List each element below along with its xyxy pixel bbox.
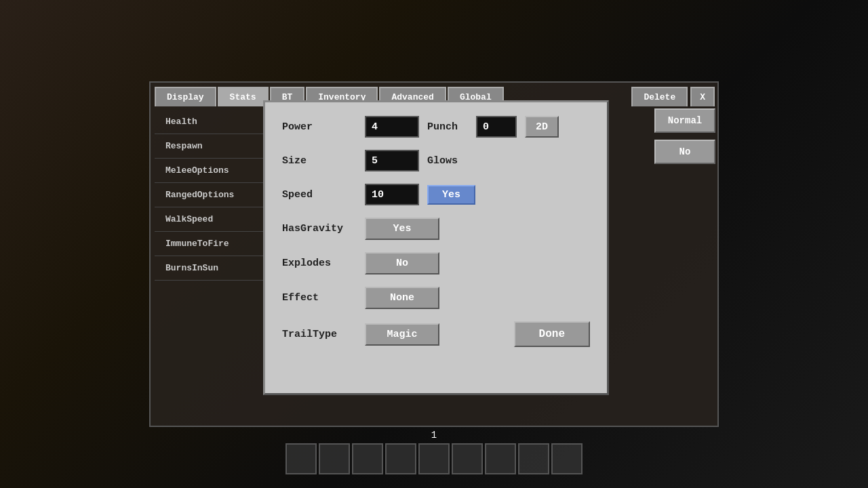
hotbar-slot-7[interactable] (485, 443, 516, 474)
effect-button[interactable]: None (365, 287, 439, 309)
sidebar-item-health[interactable]: Health (155, 110, 263, 134)
power-row: Power Punch 2D (282, 116, 590, 138)
size-label: Size (282, 155, 357, 167)
2d-button[interactable]: 2D (525, 116, 559, 138)
explodes-label: Explodes (282, 258, 357, 269)
hotbar-slot-4[interactable] (385, 443, 416, 474)
hasgravity-button[interactable]: Yes (365, 218, 439, 240)
normal-button[interactable]: Normal (654, 108, 715, 133)
size-input[interactable] (365, 150, 419, 171)
punch-input[interactable] (476, 116, 517, 138)
sidebar-item-immunetofire[interactable]: ImmuneToFire (155, 232, 263, 256)
close-button[interactable]: X (690, 87, 715, 106)
hotbar-slot-5[interactable] (418, 443, 450, 474)
hotbar-slot-9[interactable] (551, 443, 583, 474)
hotbar-slot-6[interactable] (452, 443, 483, 474)
sidebar-item-melee[interactable]: MeleeOptions (155, 159, 263, 183)
speed-input[interactable] (365, 184, 419, 205)
done-button[interactable]: Done (514, 321, 590, 347)
hotbar-slot-3[interactable] (352, 443, 383, 474)
tab-stats[interactable]: Stats (218, 87, 269, 106)
explodes-row: Explodes No (282, 252, 590, 274)
tab-display[interactable]: Display (155, 87, 216, 106)
speed-yes-button[interactable]: Yes (427, 185, 475, 205)
power-input[interactable] (365, 116, 419, 138)
sidebar: Health Respawn MeleeOptions RangedOption… (155, 110, 263, 281)
sidebar-item-respawn[interactable]: Respawn (155, 134, 263, 159)
size-row: Size Glows (282, 150, 590, 171)
hotbar-number: 1 (431, 430, 437, 441)
hotbar-slot-8[interactable] (518, 443, 549, 474)
power-label: Power (282, 121, 357, 133)
hasgravity-label: HasGravity (282, 223, 357, 235)
explodes-button[interactable]: No (365, 252, 439, 274)
trailtype-row: TrailType Magic Done (282, 321, 590, 347)
sidebar-item-walkspeed[interactable]: WalkSpeed (155, 207, 263, 232)
speed-row: Speed Yes (282, 184, 590, 205)
effect-label: Effect (282, 292, 357, 304)
hotbar (285, 443, 583, 474)
trailtype-label: TrailType (282, 329, 357, 340)
hasgravity-row: HasGravity Yes (282, 218, 590, 240)
delete-button[interactable]: Delete (631, 87, 688, 106)
speed-label: Speed (282, 189, 357, 201)
no-button[interactable]: No (654, 140, 715, 164)
sidebar-item-ranged[interactable]: RangedOptions (155, 183, 263, 207)
hotbar-slot-1[interactable] (285, 443, 317, 474)
effect-row: Effect None (282, 287, 590, 309)
sidebar-item-burnsinsun[interactable]: BurnsInSun (155, 256, 263, 281)
right-panel: Normal No (654, 108, 715, 164)
hotbar-slot-2[interactable] (319, 443, 350, 474)
trailtype-button[interactable]: Magic (365, 323, 439, 346)
dialog: Power Punch 2D Size Glows Speed Yes HasG… (263, 100, 609, 395)
glows-label: Glows (427, 155, 481, 167)
punch-label: Punch (427, 121, 468, 133)
